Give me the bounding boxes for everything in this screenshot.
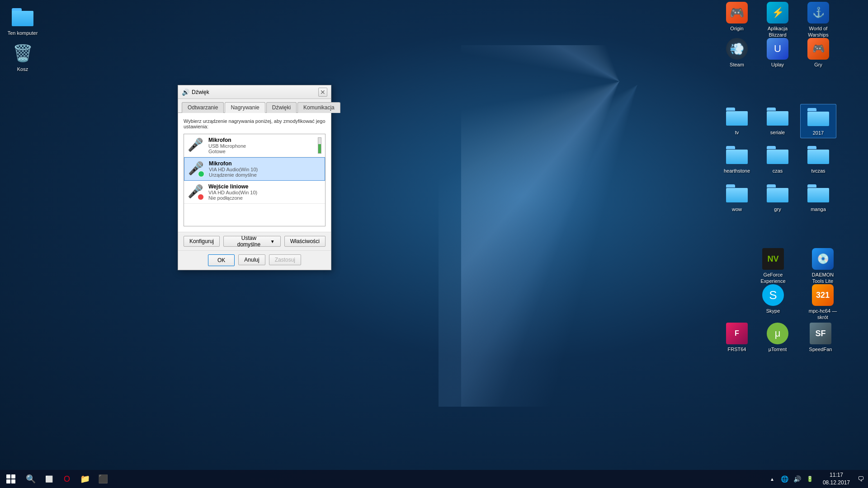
desktop-folder-tv[interactable]: tv: [719, 104, 755, 137]
desktop-icon-wows[interactable]: ⚓ World of Warships: [800, 0, 836, 40]
device-icon-wrap-2: 🎤: [188, 161, 204, 177]
tray-battery-icon[interactable]: 🔋: [805, 474, 816, 484]
device-sub-2: VIA HD Audio(Win 10): [209, 167, 321, 172]
desktop-folder-manga[interactable]: manga: [800, 181, 836, 214]
start-button[interactable]: [0, 470, 22, 488]
zastosuj-button[interactable]: Zastosuj: [269, 254, 301, 265]
desktop-icon-frst[interactable]: F FRST64: [719, 321, 755, 354]
dialog-content: Wybierz urządzenie nagrywania poniżej, a…: [178, 113, 331, 232]
desktop-folder-2017[interactable]: 2017: [800, 104, 836, 138]
ustaw-domyslne-button[interactable]: Ustaw domyślne ▼: [223, 236, 281, 247]
skype-icon: S: [762, 284, 784, 306]
sound-dialog-icon: 🔊: [182, 89, 189, 96]
wow-folder-icon: [726, 183, 748, 204]
hearthstone-folder-label: hearthstone: [724, 168, 750, 174]
status-badge-red: [198, 194, 204, 200]
seriale-folder-icon: [767, 106, 788, 127]
taskbar: 🔍 ⬜ O 📁 ⬛ ▲ 🌐 🔊 🔋 11:17 08.12.2017 🗨: [0, 470, 868, 488]
ustaw-domyslne-label: Ustaw domyślne: [229, 235, 269, 248]
mpc-label: mpc-hc64 — skrót: [807, 308, 839, 321]
desktop-icon-utorrent[interactable]: μ µTorrent: [760, 321, 796, 354]
desktop-icon-speedfan[interactable]: SF SpeedFan: [802, 321, 839, 354]
tab-komunikacja[interactable]: Komunikacja: [297, 102, 340, 113]
desktop-icon-uplay[interactable]: U Uplay: [760, 36, 796, 70]
frst-icon: F: [726, 323, 748, 344]
device-name-1: Mikrofon: [208, 137, 315, 143]
desktop-icon-gry[interactable]: 🎮 Gry: [800, 36, 836, 70]
clock-date: 08.12.2017: [823, 479, 850, 487]
desktop-folder-seriale[interactable]: seriale: [760, 104, 796, 137]
steam-icon: 💨: [726, 38, 748, 60]
browser-taskbar-button[interactable]: O: [58, 470, 76, 488]
year2017-folder-icon: [807, 106, 829, 128]
wlasciwosci-button[interactable]: Właściwości: [284, 236, 326, 247]
device-item-mikrofon-usb[interactable]: 🎤 Mikrofon USB Microphone Gotowe: [184, 134, 325, 157]
desktop-icon-origin[interactable]: 🎮 Origin: [719, 0, 755, 33]
device-icon-wrap-1: 🎤: [188, 137, 204, 154]
kosz-label: Kosz: [17, 66, 28, 72]
geforce-icon: NV: [762, 248, 784, 270]
dialog-close-button[interactable]: ✕: [318, 88, 327, 97]
cmd-taskbar-button[interactable]: ⬛: [94, 470, 112, 488]
explorer-taskbar-button[interactable]: 📁: [76, 470, 94, 488]
steam-label: Steam: [730, 61, 744, 68]
desktop-folder-hearthstone[interactable]: hearthstone: [719, 142, 755, 176]
device-status-1: Gotowe: [208, 149, 315, 154]
hearthstone-folder-icon: [726, 144, 748, 166]
tab-dzwieki[interactable]: Dźwięki: [266, 102, 297, 113]
czas-folder-label: czas: [773, 168, 783, 174]
wows-icon: ⚓: [807, 2, 829, 23]
desktop-folder-gry2[interactable]: gry: [760, 181, 796, 214]
ten-komputer-label: Ten komputer: [8, 30, 38, 36]
sound-dialog[interactable]: 🔊 Dźwięk ✕ Odtwarzanie Nagrywanie Dźwięk…: [178, 85, 331, 270]
volume-fill-1: [318, 144, 321, 153]
tray-chevron[interactable]: ▲: [767, 474, 778, 484]
origin-label: Origin: [730, 25, 743, 32]
speedfan-label: SpeedFan: [809, 346, 832, 352]
gry2-folder-icon: [767, 183, 788, 204]
device-list[interactable]: 🎤 Mikrofon USB Microphone Gotowe 🎤: [184, 134, 326, 226]
desktop-folder-tvczas[interactable]: tvczas: [800, 142, 836, 176]
frst-label: FRST64: [728, 346, 746, 352]
desktop: Ten komputer 🗑️ Kosz 🎮 Origin ⚡ Aplikacj…: [0, 0, 868, 488]
tray-sound-icon[interactable]: 🔊: [792, 474, 803, 484]
device-item-mikrofon-via[interactable]: 🎤 Mikrofon VIA HD Audio(Win 10) Urządzen…: [184, 157, 325, 181]
ten-komputer-icon: [12, 6, 33, 28]
cmd-icon: ⬛: [98, 474, 108, 484]
search-icon: 🔍: [26, 474, 36, 484]
device-info-2: Mikrofon VIA HD Audio(Win 10) Urządzenie…: [209, 160, 321, 178]
daemon-icon: 💿: [812, 248, 834, 270]
tab-odtwarzanie[interactable]: Odtwarzanie: [182, 102, 224, 113]
device-sub-1: USB Microphone: [208, 143, 315, 149]
notification-button[interactable]: 🗨: [854, 470, 868, 488]
dialog-titlebar[interactable]: 🔊 Dźwięk ✕: [178, 85, 331, 99]
desktop-folder-wow[interactable]: wow: [719, 181, 755, 214]
desktop-icon-steam[interactable]: 💨 Steam: [719, 36, 755, 70]
dialog-description: Wybierz urządzenie nagrywania poniżej, a…: [184, 118, 326, 129]
desktop-icon-ten-komputer[interactable]: Ten komputer: [5, 5, 41, 38]
anuluj-button[interactable]: Anuluj: [238, 254, 265, 265]
desktop-icon-mpc[interactable]: 321 mpc-hc64 — skrót: [805, 282, 841, 323]
device-status-2: Urządzenie domyślne: [209, 172, 321, 178]
tray-network-icon[interactable]: 🌐: [779, 474, 790, 484]
device-info-1: Mikrofon USB Microphone Gotowe: [208, 137, 315, 154]
desktop-icon-kosz[interactable]: 🗑️ Kosz: [5, 41, 41, 74]
device-item-wejscie-liniowe[interactable]: 🎤 Wejście liniowe VIA HD Audio(Win 10) N…: [184, 181, 325, 204]
desktop-icon-daemon[interactable]: 💿 DAEMON Tools Lite: [805, 246, 841, 286]
search-taskbar-button[interactable]: 🔍: [22, 470, 40, 488]
task-view-button[interactable]: ⬜: [40, 470, 58, 488]
desktop-icon-blizzard[interactable]: ⚡ Aplikacja Blizzard: [760, 0, 796, 40]
desktop-icon-geforce[interactable]: NV GeForce Experience: [755, 246, 791, 286]
skype-label: Skype: [766, 308, 780, 314]
ok-button[interactable]: OK: [208, 254, 235, 266]
status-badge-green: [198, 171, 204, 177]
tab-nagrywanie[interactable]: Nagrywanie: [225, 102, 265, 113]
task-view-icon: ⬜: [45, 475, 53, 483]
konfiguruj-button[interactable]: Konfiguruj: [184, 236, 220, 247]
desktop-folder-czas[interactable]: czas: [760, 142, 796, 176]
gry-icon: 🎮: [807, 38, 829, 60]
uplay-label: Uplay: [771, 61, 784, 68]
taskbar-clock[interactable]: 11:17 08.12.2017: [819, 470, 854, 488]
desktop-icon-skype[interactable]: S Skype: [755, 282, 791, 316]
manga-folder-icon: [807, 183, 829, 204]
